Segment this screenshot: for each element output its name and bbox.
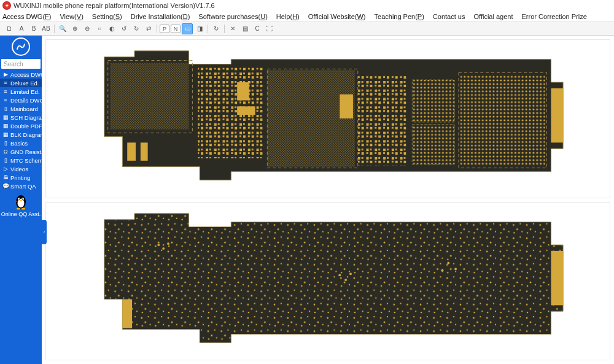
sidebar-item-mtc-schem[interactable]: ▯MTC Scheme	[0, 156, 42, 165]
sidebar-item-label: Details DWG	[10, 97, 42, 104]
svg-rect-24	[413, 80, 455, 122]
menu-teaching-pen[interactable]: Teaching Pen(P)	[375, 13, 424, 20]
sidebar-item-label: Double PDF	[10, 123, 42, 130]
svg-rect-30	[128, 143, 136, 161]
sidebar-item-deluxe-ed[interactable]: ≡Deluxe Ed.	[0, 79, 42, 87]
app-icon: ✦	[2, 1, 11, 10]
svg-point-47	[345, 279, 348, 281]
menu-bar: Access DWG(F)View(V)Setting(S)Drive Inst…	[0, 11, 614, 22]
sidebar-item-label: BLK Diagram	[10, 131, 42, 138]
sidebar-item-videos[interactable]: ▷Videos	[0, 165, 42, 173]
qq-assistant[interactable]: Online QQ Asst.	[0, 193, 42, 217]
fullscreen-icon[interactable]: ⛶	[264, 23, 275, 34]
sidebar-item-details-dwg[interactable]: ≡Details DWG	[0, 96, 42, 104]
half-circle-icon[interactable]: ◐	[106, 23, 117, 34]
pcb-top-panel[interactable]	[45, 39, 610, 198]
n-tool-icon[interactable]: N	[171, 25, 181, 33]
basics-icon: ▯	[2, 140, 9, 146]
sch-diagram-icon: ▦	[2, 114, 9, 120]
flip-h-icon[interactable]: ⇄	[143, 23, 154, 34]
svg-rect-32	[238, 107, 255, 115]
logo-area	[0, 36, 42, 58]
pcb-viewer[interactable]	[42, 36, 614, 364]
svg-point-6	[20, 200, 22, 201]
menu-software-purchases[interactable]: Software purchases(U)	[198, 13, 268, 20]
c-tool-icon[interactable]: C	[252, 23, 263, 34]
sidebar-item-double-pdf[interactable]: ▦Double PDF	[0, 122, 42, 130]
sidebar-item-label: Basics	[10, 140, 28, 147]
menu-view[interactable]: View(V)	[60, 13, 83, 20]
pcb-bottom-panel[interactable]	[45, 202, 610, 361]
mtc-schem-icon: ▯	[2, 157, 9, 163]
sidebar-item-gnd-resist[interactable]: ΩGND Resistance	[0, 147, 42, 156]
sidebar-item-label: GND Resistance	[10, 149, 42, 155]
title-bar: ✦ WUXINJI mobile phone repair platform(I…	[0, 0, 614, 11]
svg-rect-26	[460, 75, 545, 165]
menu-help[interactable]: Help(H)	[276, 13, 300, 20]
toolbar-separator	[54, 25, 55, 33]
sidebar-item-limited-ed[interactable]: ≡Limited Ed.	[0, 87, 42, 96]
limited-ed-icon: ≡	[2, 88, 9, 95]
svg-point-5	[22, 198, 23, 199]
sidebar-item-blk-diagram[interactable]: ▦BLK Diagram	[0, 130, 42, 139]
zoom-out-icon[interactable]: ⊖	[82, 23, 93, 34]
sidebar-item-label: MTC Scheme	[10, 157, 42, 164]
access-dwg-icon: ▶	[2, 71, 9, 77]
main-area: Search ▶Access DWG≡Deluxe Ed.≡Limited Ed…	[0, 36, 614, 364]
sidebar-item-smart-qa[interactable]: 💬Smart QA	[0, 182, 42, 190]
svg-point-44	[163, 247, 165, 250]
text-ab-icon[interactable]: AB	[41, 23, 52, 34]
svg-rect-25	[413, 125, 455, 165]
sidebar-item-printing[interactable]: 🖶Printing	[0, 173, 42, 182]
sidebar-item-access-dwg[interactable]: ▶Access DWG	[0, 70, 42, 79]
sidebar-item-mainboard[interactable]: ▯Mainboard	[0, 104, 42, 113]
menu-drive-installation[interactable]: Drive Installation(D)	[131, 13, 190, 20]
sidebar-item-sch-diagram[interactable]: ▦SCH Diagram	[0, 113, 42, 122]
new-icon[interactable]: 🗋	[4, 23, 15, 34]
zoom-in-icon[interactable]: ⊕	[69, 23, 80, 34]
menu-official-website[interactable]: Official Website(W)	[308, 13, 366, 20]
logo-icon	[12, 37, 30, 56]
toolbar-separator	[224, 25, 225, 33]
close-icon[interactable]: ✕	[227, 23, 238, 34]
rotate-cw-icon[interactable]: ↻	[131, 23, 142, 34]
svg-point-4	[19, 198, 20, 199]
menu-setting[interactable]: Setting(S)	[92, 13, 122, 20]
refresh-icon[interactable]: ↻	[211, 23, 222, 34]
sidebar-item-label: Smart QA	[10, 183, 36, 190]
double-pdf-icon: ▦	[2, 123, 9, 129]
sidebar-item-basics[interactable]: ▯Basics	[0, 139, 42, 147]
svg-rect-19	[551, 88, 564, 142]
split-icon[interactable]: ◨	[194, 23, 205, 34]
text-b-icon[interactable]: B	[28, 23, 39, 34]
menu-contact-us[interactable]: Contact us	[433, 13, 465, 20]
sidebar-item-label: Printing	[10, 174, 30, 181]
svg-point-48	[349, 273, 352, 275]
rect-tool-icon[interactable]: ▭	[182, 23, 193, 34]
menu-official-agent[interactable]: Official agent	[473, 13, 513, 20]
menu-access-dwg[interactable]: Access DWG(F)	[2, 13, 51, 20]
sidebar-collapse-handle[interactable]: ‹	[42, 220, 47, 244]
qq-label: Online QQ Asst.	[1, 211, 41, 217]
svg-rect-23	[358, 75, 406, 165]
svg-rect-31	[141, 143, 148, 161]
svg-rect-33	[238, 82, 250, 100]
circle-icon[interactable]: ○	[94, 23, 105, 34]
sidebar-item-label: SCH Diagram	[10, 114, 42, 121]
svg-rect-42	[123, 299, 133, 328]
toolbar-separator	[157, 25, 157, 33]
p-tool-icon[interactable]: P	[160, 25, 169, 33]
menu-error-correction-prize[interactable]: Error Correction Prize	[521, 13, 586, 20]
svg-rect-20	[111, 63, 189, 130]
gnd-resist-icon: Ω	[2, 149, 9, 155]
list-icon[interactable]: ▤	[239, 23, 251, 34]
rotate-ccw-icon[interactable]: ↺	[119, 23, 130, 34]
qq-penguin-icon	[14, 193, 28, 210]
zoom-icon[interactable]: 🔍	[57, 23, 68, 34]
sidebar-item-label: Limited Ed.	[10, 88, 40, 95]
search-input[interactable]: Search	[1, 59, 41, 69]
app-title: WUXINJI mobile phone repair platform(Int…	[14, 2, 215, 9]
deluxe-ed-icon: ≡	[2, 80, 9, 86]
text-a-icon[interactable]: A	[16, 23, 27, 34]
svg-point-45	[167, 242, 169, 245]
